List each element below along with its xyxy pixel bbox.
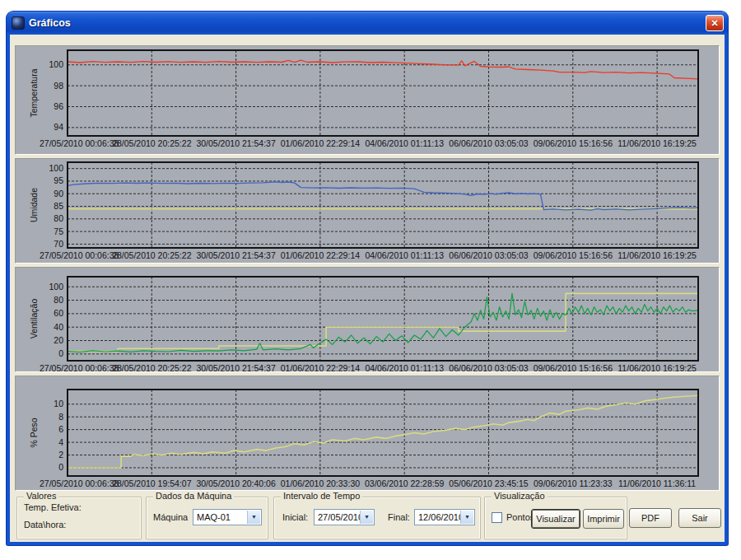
- x-tick-label: 11/06/2010 16:19:25: [618, 250, 697, 260]
- inicial-date-select[interactable]: 27/05/2010 ▼: [314, 509, 375, 525]
- x-tick-label: 09/06/2010 11:23:33: [534, 478, 613, 488]
- y-tick-label: 0: [58, 348, 63, 358]
- data-hora-label: Data\hora:: [24, 520, 66, 530]
- maquina-label: Máquina: [153, 512, 188, 522]
- visualizacao-group: Visualização Pontos Visualizar Imprimir: [484, 497, 627, 539]
- x-tick-label: 03/06/2010 22:28:59: [365, 478, 445, 488]
- final-date-select[interactable]: 12/06/2010 ▼: [414, 509, 475, 525]
- plot-background: [68, 50, 698, 136]
- visualizar-button[interactable]: Visualizar: [531, 509, 580, 529]
- y-tick-label: 4: [58, 437, 63, 447]
- x-tick-label: 30/05/2010 20:40:06: [196, 478, 276, 488]
- y-axis-title: Ventilação: [29, 299, 39, 339]
- x-tick-label: 11/06/2010 16:19:25: [618, 363, 697, 371]
- y-tick-label: 60: [54, 308, 63, 318]
- y-tick-label: 70: [54, 239, 63, 249]
- chevron-down-icon[interactable]: ▼: [247, 511, 260, 524]
- x-tick-label: 27/05/2010 00:06:38: [40, 250, 119, 260]
- x-tick-label: 04/06/2010 01:11:13: [365, 363, 444, 371]
- x-tick-label: 01/06/2010 20:33:30: [281, 478, 361, 488]
- ventilacao-chart-panel: 10080604020027/05/2010 00:06:3828/05/201…: [15, 267, 720, 372]
- x-tick-label: 28/05/2010 20:25:22: [112, 250, 192, 260]
- window: Gráficos ✕ 10098969427/05/2010 00:06:382…: [7, 12, 728, 545]
- client-area: 10098969427/05/2010 00:06:3828/05/2010 2…: [10, 35, 725, 542]
- y-tick-label: 98: [54, 81, 63, 91]
- y-tick-label: 40: [54, 322, 63, 332]
- x-tick-label: 27/05/2010 00:06:38: [40, 363, 119, 371]
- x-tick-label: 27/05/2010 00:06:38: [40, 478, 119, 488]
- y-tick-label: 100: [49, 282, 63, 292]
- final-label: Final:: [388, 512, 410, 522]
- title-bar[interactable]: Gráficos ✕: [7, 12, 728, 35]
- temperatura-chart: 10098969427/05/2010 00:06:3828/05/2010 2…: [16, 46, 719, 154]
- close-button[interactable]: ✕: [706, 15, 724, 31]
- x-tick-label: 04/06/2010 01:11:13: [365, 250, 444, 260]
- x-tick-label: 06/06/2010 03:05:03: [449, 250, 529, 260]
- intervalo-tempo-group: Intervalo de Tempo Inicial: 27/05/2010 ▼…: [273, 497, 481, 539]
- x-tick-label: 01/06/2010 22:29:14: [281, 138, 361, 148]
- y-tick-label: 96: [54, 101, 63, 111]
- plot-background: [68, 162, 698, 248]
- y-tick-label: 85: [54, 201, 63, 211]
- plot-background: [68, 390, 698, 476]
- valores-group-title: Valores: [24, 491, 58, 501]
- y-axis-title: Umidade: [29, 188, 39, 222]
- chevron-down-icon[interactable]: ▼: [360, 511, 373, 524]
- y-tick-label: 90: [54, 189, 63, 198]
- maquina-select[interactable]: MAQ-01 ▼: [193, 509, 262, 525]
- sair-button[interactable]: Sair: [678, 508, 721, 528]
- temperatura-chart-panel: 10098969427/05/2010 00:06:3828/05/2010 2…: [15, 45, 720, 155]
- pontos-checkbox[interactable]: [492, 512, 502, 523]
- x-tick-label: 30/05/2010 21:54:37: [196, 138, 276, 148]
- intervalo-group-title: Intervalo de Tempo: [281, 491, 362, 501]
- x-tick-label: 11/06/2010 16:19:25: [618, 138, 697, 148]
- dados-maquina-group-title: Dados da Máquina: [153, 491, 234, 501]
- y-axis-title: Temperatura: [29, 68, 39, 117]
- y-tick-label: 94: [54, 122, 63, 132]
- maquina-select-value: MAQ-01: [197, 512, 231, 522]
- chart-svg: 10098969427/05/2010 00:06:3828/05/2010 2…: [16, 46, 719, 154]
- x-tick-label: 01/06/2010 22:29:14: [281, 250, 361, 260]
- y-tick-label: 75: [54, 226, 63, 236]
- x-tick-label: 28/05/2010 20:25:22: [112, 363, 192, 371]
- x-tick-label: 30/05/2010 21:54:37: [196, 250, 276, 260]
- chart-svg: 10080604020027/05/2010 00:06:3828/05/201…: [16, 268, 719, 371]
- imprimir-button[interactable]: Imprimir: [583, 509, 624, 529]
- inicial-label: Inicial:: [282, 512, 308, 522]
- window-title: Gráficos: [29, 17, 71, 29]
- x-tick-label: 06/06/2010 03:05:03: [449, 363, 529, 371]
- pdf-button[interactable]: PDF: [629, 508, 672, 528]
- ventilacao-chart: 10080604020027/05/2010 00:06:3828/05/201…: [16, 268, 719, 371]
- x-tick-label: 09/06/2010 15:16:56: [534, 138, 613, 148]
- y-tick-label: 8: [58, 412, 63, 422]
- y-tick-label: 95: [54, 175, 63, 185]
- valores-group: Valores Temp. Efetiva: Data\hora:: [16, 497, 142, 539]
- peso-chart-panel: 108642027/05/2010 00:06:3828/05/2010 19:…: [15, 376, 720, 491]
- y-tick-label: 100: [49, 59, 63, 69]
- chart-svg: 10095908580757027/05/2010 00:06:3828/05/…: [16, 159, 719, 263]
- y-tick-label: 2: [58, 450, 63, 460]
- dados-maquina-group: Dados da Máquina Máquina MAQ-01 ▼: [146, 497, 268, 539]
- temp-efetiva-label: Temp. Efetiva:: [24, 502, 82, 512]
- umidade-chart: 10095908580757027/05/2010 00:06:3828/05/…: [16, 159, 719, 263]
- y-tick-label: 80: [54, 295, 63, 305]
- inicial-date-value: 27/05/2010: [318, 512, 363, 522]
- x-tick-label: 01/06/2010 22:29:14: [281, 363, 361, 371]
- x-tick-label: 09/06/2010 15:16:56: [534, 250, 613, 260]
- x-tick-label: 06/06/2010 03:05:03: [449, 138, 529, 148]
- x-tick-label: 28/05/2010 20:25:22: [112, 138, 192, 148]
- umidade-chart-panel: 10095908580757027/05/2010 00:06:3828/05/…: [15, 158, 720, 264]
- x-tick-label: 28/05/2010 19:54:07: [112, 478, 192, 488]
- y-axis-title: % Peso: [29, 418, 39, 447]
- visualizacao-group-title: Visualização: [492, 491, 548, 501]
- y-tick-label: 80: [54, 213, 63, 223]
- chevron-down-icon[interactable]: ▼: [460, 511, 473, 524]
- chart-svg: 108642027/05/2010 00:06:3828/05/2010 19:…: [16, 376, 719, 490]
- close-icon: ✕: [711, 18, 718, 29]
- x-tick-label: 04/06/2010 01:11:13: [365, 138, 444, 148]
- y-tick-label: 100: [49, 163, 63, 173]
- final-date-value: 12/06/2010: [418, 512, 464, 522]
- app-icon: [12, 16, 25, 30]
- x-tick-label: 27/05/2010 00:06:38: [40, 138, 119, 148]
- y-tick-label: 6: [58, 424, 63, 434]
